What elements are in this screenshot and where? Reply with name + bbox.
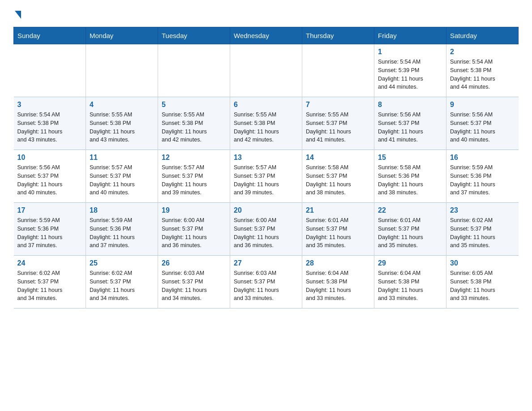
day-info: Sunrise: 5:54 AMSunset: 5:39 PMDaylight:… [378, 58, 442, 91]
day-number: 22 [378, 206, 442, 214]
day-number: 8 [378, 101, 442, 109]
day-number: 15 [378, 154, 442, 162]
day-number: 23 [450, 206, 515, 214]
calendar-cell: 1Sunrise: 5:54 AMSunset: 5:39 PMDaylight… [374, 44, 446, 97]
day-info: Sunrise: 6:04 AMSunset: 5:38 PMDaylight:… [306, 269, 370, 303]
day-info: Sunrise: 5:57 AMSunset: 5:37 PMDaylight:… [234, 163, 298, 197]
day-info: Sunrise: 5:57 AMSunset: 5:37 PMDaylight:… [90, 163, 154, 197]
header [13, 9, 519, 19]
calendar-week-row: 1Sunrise: 5:54 AMSunset: 5:39 PMDaylight… [14, 44, 519, 97]
column-header-tuesday: Tuesday [158, 27, 230, 44]
calendar-cell: 11Sunrise: 5:57 AMSunset: 5:37 PMDayligh… [86, 150, 158, 203]
day-number: 17 [17, 206, 82, 214]
calendar-cell: 24Sunrise: 6:02 AMSunset: 5:37 PMDayligh… [14, 256, 86, 308]
day-number: 27 [234, 259, 298, 267]
column-header-sunday: Sunday [14, 27, 86, 44]
day-number: 6 [234, 101, 298, 109]
day-number: 13 [234, 154, 298, 162]
day-info: Sunrise: 6:02 AMSunset: 5:37 PMDaylight:… [90, 269, 154, 303]
calendar-cell: 30Sunrise: 6:05 AMSunset: 5:38 PMDayligh… [446, 256, 519, 308]
day-number: 25 [90, 259, 154, 267]
calendar-cell: 7Sunrise: 5:55 AMSunset: 5:37 PMDaylight… [302, 97, 374, 150]
column-header-friday: Friday [374, 27, 446, 44]
calendar-cell: 22Sunrise: 6:01 AMSunset: 5:37 PMDayligh… [374, 203, 446, 256]
calendar-cell: 18Sunrise: 5:59 AMSunset: 5:36 PMDayligh… [86, 203, 158, 256]
day-info: Sunrise: 5:58 AMSunset: 5:37 PMDaylight:… [306, 163, 370, 197]
logo-arrow-icon [15, 11, 21, 19]
calendar-cell: 25Sunrise: 6:02 AMSunset: 5:37 PMDayligh… [86, 256, 158, 308]
day-number: 19 [162, 206, 226, 214]
column-header-saturday: Saturday [446, 27, 519, 44]
day-number: 12 [162, 154, 226, 162]
calendar-cell [230, 44, 302, 97]
day-number: 10 [17, 154, 82, 162]
calendar-cell: 9Sunrise: 5:56 AMSunset: 5:37 PMDaylight… [446, 97, 519, 150]
day-number: 4 [90, 101, 154, 109]
calendar-cell [14, 44, 86, 97]
calendar-cell: 14Sunrise: 5:58 AMSunset: 5:37 PMDayligh… [302, 150, 374, 203]
calendar-week-row: 24Sunrise: 6:02 AMSunset: 5:37 PMDayligh… [14, 256, 519, 308]
day-number: 2 [450, 48, 515, 56]
day-info: Sunrise: 5:55 AMSunset: 5:38 PMDaylight:… [162, 111, 226, 144]
day-info: Sunrise: 6:01 AMSunset: 5:37 PMDaylight:… [378, 216, 442, 250]
day-number: 30 [450, 259, 515, 267]
calendar-cell [302, 44, 374, 97]
day-info: Sunrise: 5:54 AMSunset: 5:38 PMDaylight:… [450, 58, 515, 91]
day-info: Sunrise: 6:02 AMSunset: 5:37 PMDaylight:… [450, 216, 515, 250]
calendar-cell: 21Sunrise: 6:01 AMSunset: 5:37 PMDayligh… [302, 203, 374, 256]
calendar-cell: 17Sunrise: 5:59 AMSunset: 5:36 PMDayligh… [14, 203, 86, 256]
day-info: Sunrise: 6:02 AMSunset: 5:37 PMDaylight:… [17, 269, 82, 303]
day-info: Sunrise: 5:55 AMSunset: 5:38 PMDaylight:… [90, 111, 154, 144]
calendar-cell: 15Sunrise: 5:58 AMSunset: 5:36 PMDayligh… [374, 150, 446, 203]
calendar-cell: 12Sunrise: 5:57 AMSunset: 5:37 PMDayligh… [158, 150, 230, 203]
calendar-cell: 5Sunrise: 5:55 AMSunset: 5:38 PMDaylight… [158, 97, 230, 150]
day-info: Sunrise: 5:59 AMSunset: 5:36 PMDaylight:… [90, 216, 154, 250]
day-info: Sunrise: 5:59 AMSunset: 5:36 PMDaylight:… [17, 216, 82, 250]
day-number: 7 [306, 101, 370, 109]
calendar-cell [158, 44, 230, 97]
day-info: Sunrise: 6:05 AMSunset: 5:38 PMDaylight:… [450, 269, 515, 303]
day-info: Sunrise: 5:56 AMSunset: 5:37 PMDaylight:… [17, 163, 82, 197]
day-number: 16 [450, 154, 515, 162]
day-number: 20 [234, 206, 298, 214]
logo [13, 9, 21, 19]
day-info: Sunrise: 5:58 AMSunset: 5:36 PMDaylight:… [378, 163, 442, 197]
day-info: Sunrise: 6:04 AMSunset: 5:38 PMDaylight:… [378, 269, 442, 303]
calendar-header-row: SundayMondayTuesdayWednesdayThursdayFrid… [14, 27, 519, 44]
day-info: Sunrise: 5:56 AMSunset: 5:37 PMDaylight:… [378, 111, 442, 144]
day-number: 26 [162, 259, 226, 267]
day-number: 18 [90, 206, 154, 214]
day-number: 9 [450, 101, 515, 109]
calendar-cell: 10Sunrise: 5:56 AMSunset: 5:37 PMDayligh… [14, 150, 86, 203]
day-number: 3 [17, 101, 82, 109]
day-number: 29 [378, 259, 442, 267]
calendar-cell: 26Sunrise: 6:03 AMSunset: 5:37 PMDayligh… [158, 256, 230, 308]
day-number: 28 [306, 259, 370, 267]
calendar-cell: 23Sunrise: 6:02 AMSunset: 5:37 PMDayligh… [446, 203, 519, 256]
calendar-cell: 16Sunrise: 5:59 AMSunset: 5:36 PMDayligh… [446, 150, 519, 203]
day-number: 21 [306, 206, 370, 214]
calendar-cell: 27Sunrise: 6:03 AMSunset: 5:37 PMDayligh… [230, 256, 302, 308]
calendar-week-row: 3Sunrise: 5:54 AMSunset: 5:38 PMDaylight… [14, 97, 519, 150]
calendar-table: SundayMondayTuesdayWednesdayThursdayFrid… [13, 27, 519, 308]
day-number: 1 [378, 48, 442, 56]
calendar-cell: 13Sunrise: 5:57 AMSunset: 5:37 PMDayligh… [230, 150, 302, 203]
day-info: Sunrise: 5:57 AMSunset: 5:37 PMDaylight:… [162, 163, 226, 197]
day-number: 11 [90, 154, 154, 162]
calendar-week-row: 17Sunrise: 5:59 AMSunset: 5:36 PMDayligh… [14, 203, 519, 256]
column-header-wednesday: Wednesday [230, 27, 302, 44]
day-info: Sunrise: 5:59 AMSunset: 5:36 PMDaylight:… [450, 163, 515, 197]
calendar-week-row: 10Sunrise: 5:56 AMSunset: 5:37 PMDayligh… [14, 150, 519, 203]
calendar-cell: 29Sunrise: 6:04 AMSunset: 5:38 PMDayligh… [374, 256, 446, 308]
day-info: Sunrise: 5:54 AMSunset: 5:38 PMDaylight:… [17, 111, 82, 144]
day-info: Sunrise: 6:00 AMSunset: 5:37 PMDaylight:… [234, 216, 298, 250]
calendar-cell: 19Sunrise: 6:00 AMSunset: 5:37 PMDayligh… [158, 203, 230, 256]
day-number: 5 [162, 101, 226, 109]
day-info: Sunrise: 6:00 AMSunset: 5:37 PMDaylight:… [162, 216, 226, 250]
calendar-cell: 8Sunrise: 5:56 AMSunset: 5:37 PMDaylight… [374, 97, 446, 150]
day-info: Sunrise: 6:03 AMSunset: 5:37 PMDaylight:… [162, 269, 226, 303]
day-number: 14 [306, 154, 370, 162]
day-info: Sunrise: 6:01 AMSunset: 5:37 PMDaylight:… [306, 216, 370, 250]
calendar-cell: 3Sunrise: 5:54 AMSunset: 5:38 PMDaylight… [14, 97, 86, 150]
day-number: 24 [17, 259, 82, 267]
